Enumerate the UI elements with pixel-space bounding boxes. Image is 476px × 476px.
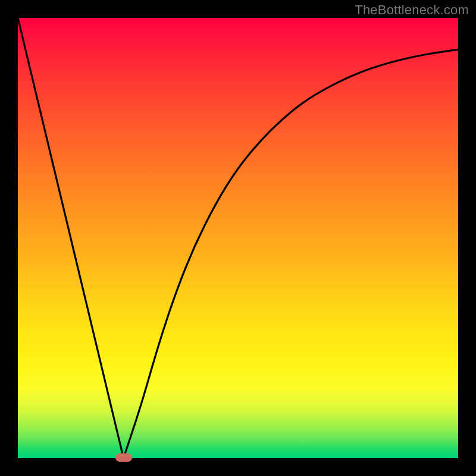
attribution-text: TheBottleneck.com: [355, 2, 469, 18]
chart-frame: TheBottleneck.com: [0, 0, 476, 476]
optimum-marker: [115, 453, 132, 462]
plot-area: [18, 18, 458, 458]
bottleneck-curve: [18, 18, 458, 458]
curve-path: [18, 18, 458, 458]
